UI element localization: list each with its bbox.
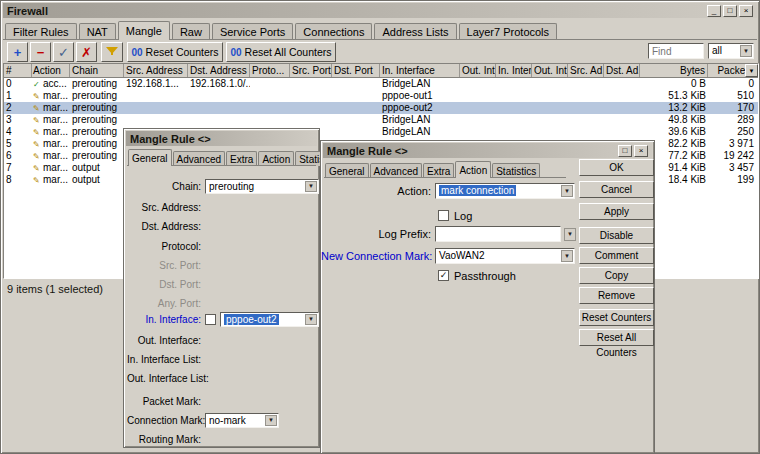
reset-counters-button[interactable]: 00 Reset Counters — [127, 42, 223, 62]
dialog-titlebar[interactable]: Mangle Rule <> — [126, 131, 317, 146]
tab-connections[interactable]: Connections — [295, 23, 372, 40]
cell-action: ✎mar... — [32, 114, 70, 126]
remove-button[interactable]: Remove — [579, 287, 654, 304]
col-header-dst-address[interactable]: Dst. Address — [188, 64, 250, 77]
reset-all-counters-button[interactable]: 00 Reset All Counters — [226, 42, 336, 62]
out-interface-row[interactable]: Out. Interface: — [127, 333, 316, 349]
copy-button[interactable]: Copy — [579, 267, 654, 284]
chain-dropdown[interactable]: prerouting ▼ — [205, 179, 319, 194]
table-row[interactable]: 0 ✓acc... prerouting 192.168.1... 192.16… — [4, 78, 758, 90]
log-checkbox[interactable] — [438, 210, 449, 221]
col-header-in-interface-list[interactable]: In. Inter... — [496, 64, 532, 77]
tab-filter-rules[interactable]: Filter Rules — [5, 23, 77, 40]
tab-advanced[interactable]: Advanced — [173, 151, 225, 166]
minimize-button[interactable]: □ — [618, 145, 632, 157]
tab-layer7-protocols[interactable]: Layer7 Protocols — [459, 23, 558, 40]
protocol-label: Protocol: — [127, 239, 201, 254]
action-dropdown[interactable]: mark connection ▼ — [435, 183, 575, 199]
packet-mark-row[interactable]: Packet Mark: — [127, 394, 316, 410]
col-header-out-interface-list[interactable]: Out. Int... — [532, 64, 568, 77]
col-header-chain[interactable]: Chain — [70, 64, 124, 77]
chevron-down-icon[interactable]: ▼ — [305, 314, 317, 325]
reset-counters-button[interactable]: Reset Counters — [579, 309, 654, 326]
src-address-label: Src. Address: — [127, 200, 201, 215]
minimize-button[interactable]: _ — [707, 5, 721, 17]
dst-address-label: Dst. Address: — [127, 219, 201, 234]
chevron-down-icon[interactable]: ▼ — [561, 250, 573, 262]
chevron-down-icon[interactable]: ▼ — [265, 415, 277, 426]
tab-general[interactable]: General — [128, 149, 172, 166]
in-interface-dropdown[interactable]: pppoe-out2 ▼ — [220, 312, 319, 327]
tab-extra[interactable]: Extra — [423, 163, 454, 178]
tab-service-ports[interactable]: Service Ports — [212, 23, 293, 40]
col-header-bytes[interactable]: Bytes — [640, 64, 708, 77]
routing-mark-row[interactable]: Routing Mark: — [127, 432, 316, 448]
window-title: Firewall — [7, 5, 705, 17]
column-selector-button[interactable]: ▼ — [745, 64, 758, 77]
new-connection-mark-dropdown[interactable]: VaoWAN2 ▼ — [435, 248, 575, 264]
disable-button[interactable]: Disable — [579, 227, 654, 244]
cancel-button[interactable]: Cancel — [579, 181, 654, 198]
cell-chain: prerouting — [70, 150, 124, 162]
tab-raw[interactable]: Raw — [172, 23, 210, 40]
cell-num: 6 — [4, 150, 32, 162]
src-address-row[interactable]: Src. Address: — [127, 200, 316, 216]
col-header-num[interactable]: # — [4, 64, 32, 77]
col-header-dst-address-list[interactable]: Dst. Ad... — [604, 64, 640, 77]
filter-button[interactable] — [101, 42, 123, 62]
cell-dst-address — [188, 90, 250, 102]
col-header-in-interface[interactable]: In. Interface — [380, 64, 460, 77]
col-header-out-interface[interactable]: Out. Int... — [460, 64, 496, 77]
tab-general[interactable]: General — [325, 163, 369, 178]
in-interface-list-row[interactable]: In. Interface List: — [127, 352, 316, 368]
find-input[interactable] — [648, 43, 704, 59]
apply-button[interactable]: Apply — [579, 203, 654, 220]
tab-extra[interactable]: Extra — [226, 151, 257, 166]
cell-chain: prerouting — [70, 114, 124, 126]
chevron-down-icon[interactable]: ▼ — [561, 185, 573, 197]
close-button[interactable]: × — [739, 5, 753, 17]
out-interface-list-row[interactable]: Out. Interface List: — [127, 371, 316, 387]
src-port-row: Src. Port: — [127, 258, 316, 274]
add-rule-button[interactable]: + — [7, 42, 28, 62]
chevron-down-icon[interactable]: ▼ — [564, 228, 576, 241]
tab-address-lists[interactable]: Address Lists — [374, 23, 456, 40]
chevron-down-icon[interactable]: ▼ — [305, 181, 317, 192]
cell-dst-address — [188, 102, 250, 114]
close-button[interactable]: × — [634, 145, 648, 157]
mark-icon: ✎ — [33, 103, 43, 114]
enable-rule-button[interactable]: ✓ — [53, 42, 74, 62]
col-header-src-address[interactable]: Src. Address — [124, 64, 188, 77]
tab-nat[interactable]: NAT — [79, 23, 116, 40]
chevron-down-icon[interactable]: ▼ — [740, 45, 752, 57]
tab-advanced[interactable]: Advanced — [370, 163, 422, 178]
reset-all-counters-button[interactable]: Reset All Counters — [579, 329, 654, 346]
dst-address-row[interactable]: Dst. Address: — [127, 219, 316, 235]
connection-mark-dropdown[interactable]: no-mark ▼ — [205, 413, 279, 428]
tab-mangle[interactable]: Mangle — [118, 21, 170, 40]
tab-action[interactable]: Action — [455, 161, 491, 178]
table-row-selected[interactable]: 2 ✎mar... prerouting pppoe-out2 13.2 KiB… — [4, 102, 758, 114]
table-row[interactable]: 3 ✎mar... prerouting BridgeLAN 49.8 KiB … — [4, 114, 758, 126]
maximize-button[interactable]: □ — [723, 5, 737, 17]
col-header-protocol[interactable]: Proto... — [250, 64, 290, 77]
firewall-titlebar[interactable]: Firewall _ □ × — [3, 3, 757, 18]
table-row[interactable]: 4 ✎mar... prerouting BridgeLAN 39.6 KiB … — [4, 126, 758, 138]
remove-rule-button[interactable]: − — [30, 42, 51, 62]
col-header-src-port[interactable]: Src. Port — [290, 64, 332, 77]
dialog-titlebar[interactable]: Mangle Rule <> □ × — [323, 143, 652, 158]
table-row[interactable]: 1 ✎mar... prerouting pppoe-out1 51.3 KiB… — [4, 90, 758, 102]
tab-action[interactable]: Action — [258, 151, 294, 166]
in-interface-unset-checkbox[interactable] — [205, 314, 216, 325]
col-header-src-address-list[interactable]: Src. Ad... — [568, 64, 604, 77]
scope-dropdown[interactable]: all ▼ — [708, 43, 754, 59]
log-prefix-input[interactable] — [435, 226, 561, 242]
tab-statistics[interactable]: Statistics — [492, 163, 540, 178]
comment-button[interactable]: Comment — [579, 247, 654, 264]
ok-button[interactable]: OK — [579, 159, 654, 176]
passthrough-checkbox[interactable]: ✓ — [438, 270, 449, 281]
disable-rule-button[interactable]: ✗ — [76, 42, 97, 62]
col-header-action[interactable]: Action — [32, 64, 70, 77]
col-header-dst-port[interactable]: Dst. Port — [332, 64, 380, 77]
protocol-row[interactable]: Protocol: — [127, 239, 316, 255]
